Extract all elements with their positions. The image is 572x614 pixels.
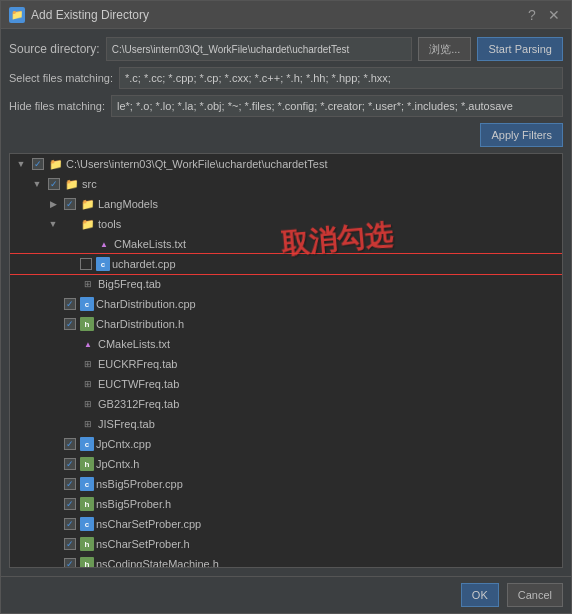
checkbox[interactable] [80,258,92,270]
tree-item[interactable]: ▼📁C:\Users\intern03\Qt_WorkFile\uchardet… [10,154,562,174]
tree-item[interactable]: cuchardet.cpp [10,254,562,274]
expand-icon[interactable] [46,317,60,331]
expand-icon[interactable]: ▼ [14,157,28,171]
check-area [62,356,78,372]
check-area[interactable] [62,556,78,568]
hide-files-row: Hide files matching: [9,95,563,117]
hide-input[interactable] [111,95,563,117]
checkbox[interactable] [64,498,76,510]
tree-item[interactable]: ⊞GB2312Freq.tab [10,394,562,414]
start-parsing-button[interactable]: Start Parsing [477,37,563,61]
checkbox[interactable] [48,178,60,190]
expand-icon[interactable] [46,297,60,311]
cpp-icon: c [80,297,94,311]
check-area[interactable] [62,496,78,512]
select-input[interactable] [119,67,563,89]
checkbox[interactable] [64,318,76,330]
checkbox[interactable] [64,298,76,310]
check-area[interactable] [78,256,94,272]
expand-icon[interactable] [46,417,60,431]
dialog: 📁 Add Existing Directory ? ✕ Source dire… [0,0,572,614]
checkbox[interactable] [64,518,76,530]
expand-icon[interactable] [46,437,60,451]
item-name: EUCTWFreq.tab [98,378,560,390]
tree-item[interactable]: hJpCntx.h [10,454,562,474]
expand-icon[interactable] [46,337,60,351]
browse-button[interactable]: 浏览... [418,37,471,61]
check-area[interactable] [62,456,78,472]
tab-icon: ⊞ [80,356,96,372]
help-icon[interactable]: ? [523,6,541,24]
cancel-button[interactable]: Cancel [507,583,563,607]
expand-icon[interactable] [46,277,60,291]
check-area[interactable] [62,476,78,492]
tree-item[interactable]: cnsBig5Prober.cpp [10,474,562,494]
ok-button[interactable]: OK [461,583,499,607]
dialog-icon: 📁 [9,7,25,23]
tree-item[interactable]: hCharDistribution.h [10,314,562,334]
title-bar-left: 📁 Add Existing Directory [9,7,149,23]
expand-icon[interactable]: ▶ [46,197,60,211]
check-area [62,336,78,352]
tree-item[interactable]: hnsCodingStateMachine.h [10,554,562,568]
file-tree[interactable]: ▼📁C:\Users\intern03\Qt_WorkFile\uchardet… [9,153,563,568]
expand-icon[interactable] [46,357,60,371]
expand-icon[interactable] [46,557,60,568]
tree-item[interactable]: ▲CMakeLists.txt [10,334,562,354]
tree-item[interactable]: hnsBig5Prober.h [10,494,562,514]
tree-item[interactable]: hnsCharSetProber.h [10,534,562,554]
tree-item[interactable]: ▶📁LangModels [10,194,562,214]
item-name: nsCodingStateMachine.h [96,558,560,568]
checkbox[interactable] [32,158,44,170]
item-name: tools [98,218,560,230]
item-name: CharDistribution.cpp [96,298,560,310]
tree-item[interactable]: ▼📁src [10,174,562,194]
item-name: GB2312Freq.tab [98,398,560,410]
expand-icon[interactable] [46,517,60,531]
check-area[interactable] [30,156,46,172]
checkbox[interactable] [64,558,76,568]
tree-item[interactable]: ⊞Big5Freq.tab [10,274,562,294]
expand-icon[interactable] [46,457,60,471]
check-area[interactable] [62,196,78,212]
expand-icon[interactable] [46,477,60,491]
close-icon[interactable]: ✕ [545,6,563,24]
tree-item[interactable]: ▼📁tools [10,214,562,234]
tree-item[interactable]: ⊞EUCTWFreq.tab [10,374,562,394]
tree-item[interactable]: cCharDistribution.cpp [10,294,562,314]
expand-icon[interactable] [62,257,76,271]
tree-item[interactable]: ⊞EUCKRFreq.tab [10,354,562,374]
tree-item[interactable]: cJpCntx.cpp [10,434,562,454]
select-label: Select files matching: [9,72,113,84]
check-area[interactable] [62,316,78,332]
expand-icon[interactable]: ▼ [30,177,44,191]
tree-item[interactable]: cnsCharSetProber.cpp [10,514,562,534]
expand-icon[interactable] [46,497,60,511]
expand-icon[interactable] [46,397,60,411]
check-area[interactable] [46,176,62,192]
tree-item[interactable]: ▲CMakeLists.txt [10,234,562,254]
item-name: JpCntx.h [96,458,560,470]
check-area[interactable] [62,536,78,552]
item-name: Big5Freq.tab [98,278,560,290]
item-name: nsBig5Prober.h [96,498,560,510]
check-area[interactable] [62,436,78,452]
expand-icon[interactable] [46,377,60,391]
h-icon: h [80,317,94,331]
check-area[interactable] [62,516,78,532]
item-name: EUCKRFreq.tab [98,358,560,370]
expand-icon[interactable]: ▼ [46,217,60,231]
check-area[interactable] [62,296,78,312]
checkbox[interactable] [64,538,76,550]
apply-filters-button[interactable]: Apply Filters [480,123,563,147]
item-name: CMakeLists.txt [98,338,560,350]
expand-icon[interactable] [62,237,76,251]
expand-icon[interactable] [46,537,60,551]
tree-item[interactable]: ⊞JISFreq.tab [10,414,562,434]
checkbox[interactable] [64,478,76,490]
checkbox[interactable] [64,198,76,210]
checkbox[interactable] [64,458,76,470]
checkbox[interactable] [64,438,76,450]
source-input[interactable] [106,37,413,61]
h-icon: h [80,457,94,471]
